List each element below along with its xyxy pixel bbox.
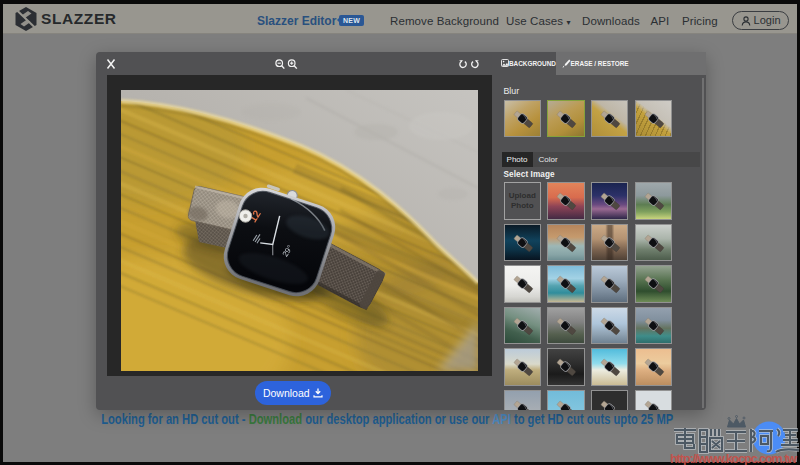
svg-text:http://www.kocpc.com.tw: http://www.kocpc.com.tw — [670, 452, 797, 465]
